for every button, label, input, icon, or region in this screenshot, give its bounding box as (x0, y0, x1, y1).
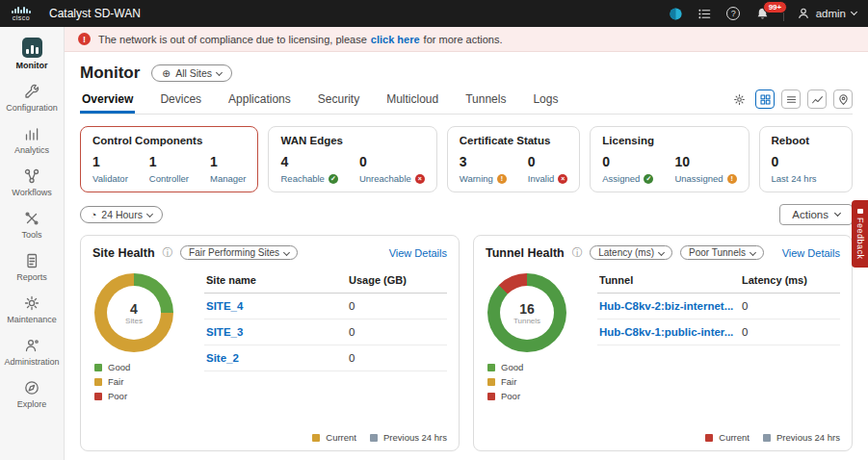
info-icon[interactable]: ⓘ (572, 246, 583, 260)
legend-swatch (370, 434, 378, 442)
tab-overview[interactable]: Overview (80, 87, 135, 114)
chevron-down-icon (834, 210, 841, 217)
license-compliance-banner: ! The network is out of compliance due t… (65, 27, 868, 52)
tunnel-health-view-details-link[interactable]: View Details (782, 247, 840, 259)
sidebar-item-workflows[interactable]: Workflows (0, 161, 64, 203)
tab-bar: Overview Devices Applications Security M… (80, 87, 853, 115)
table-header-row: Tunnel Latency (ms) (597, 268, 840, 294)
view-controls (729, 89, 853, 114)
crossed-tools-icon (23, 210, 40, 227)
donut-center-value: 4 (130, 301, 138, 317)
sidebar: Monitor Configuration Analytics Workflow… (0, 27, 65, 460)
summary-card-row: Control Components 1Validator 1Controlle… (80, 126, 853, 192)
licensing-card[interactable]: Licensing 0Assigned✓ 10Unassigned! (590, 126, 749, 192)
error-circle-icon: × (558, 174, 567, 184)
sidebar-item-configuration[interactable]: Configuration (0, 76, 64, 118)
control-components-card[interactable]: Control Components 1Validator 1Controlle… (80, 126, 258, 192)
reboot-card[interactable]: Reboot 0Last 24 hrs (759, 126, 853, 192)
table-row: Hub-C8kv-1:public-inter... 0 (597, 319, 840, 345)
tunnel-link[interactable]: Hub-C8kv-2:biz-internet... (599, 300, 733, 312)
feedback-tab[interactable]: Feedback (852, 200, 868, 268)
chevron-down-icon (283, 248, 290, 255)
wan-edges-card[interactable]: WAN Edges 4Reachable✓ 0Unreachable× (268, 126, 436, 192)
tab-devices[interactable]: Devices (158, 87, 203, 114)
click-here-link[interactable]: click here (371, 34, 420, 45)
table-row: SITE_4 0 (204, 294, 447, 319)
grid-view-button[interactable] (755, 89, 775, 109)
tab-multicloud[interactable]: Multicloud (384, 87, 440, 114)
legend-swatch (487, 378, 495, 386)
tunnel-link[interactable]: Hub-C8kv-1:public-inter... (599, 326, 733, 338)
cisco-logo: cisco (12, 7, 31, 21)
user-name: admin (816, 8, 846, 19)
table-row: SITE_3 0 (204, 319, 447, 345)
actions-button[interactable]: Actions (779, 204, 853, 225)
legend-swatch (487, 364, 495, 371)
help-icon[interactable]: ? (725, 6, 742, 22)
map-pin-icon (837, 93, 850, 106)
grid-icon (759, 93, 772, 106)
list-view-button[interactable] (781, 89, 801, 109)
error-circle-icon: × (415, 174, 425, 184)
tab-applications[interactable]: Applications (226, 87, 293, 114)
site-health-table: Site name Usage (GB) SITE_4 0 SITE_3 0 (204, 268, 447, 401)
admin-user-icon (23, 337, 40, 354)
top-bar: cisco Catalyst SD-WAN ? 99+ admin (0, 0, 868, 27)
user-menu[interactable]: admin (797, 7, 856, 20)
table-row: Site_2 0 (204, 345, 447, 371)
theme-icon[interactable] (668, 6, 684, 22)
tab-tunnels[interactable]: Tunnels (463, 87, 508, 114)
document-icon (23, 252, 40, 269)
tunnel-metric-dropdown[interactable]: Latency (ms) (590, 245, 672, 260)
dashboard-settings-gear-icon[interactable] (729, 89, 749, 109)
site-link[interactable]: SITE_3 (206, 326, 243, 338)
legend-swatch (705, 434, 713, 442)
table-row: Hub-C8kv-2:biz-internet... 0 (597, 294, 840, 319)
compass-icon (23, 379, 40, 396)
legend-swatch (763, 434, 771, 442)
chart-view-button[interactable] (807, 89, 827, 109)
site-health-filter-dropdown[interactable]: Fair Performing Sites (180, 245, 298, 260)
warning-circle-icon: ! (727, 174, 737, 184)
site-health-view-details-link[interactable]: View Details (389, 247, 447, 259)
table-header-row: Site name Usage (GB) (204, 268, 447, 294)
tab-logs[interactable]: Logs (531, 87, 560, 114)
notifications-bell-icon[interactable]: 99+ (754, 6, 771, 22)
certificate-status-card[interactable]: Certificate Status 3Warning! 0Invalid× (447, 126, 581, 192)
chevron-down-icon (146, 211, 153, 217)
cisco-logo-bars (12, 7, 31, 13)
check-circle-icon: ✓ (329, 174, 338, 184)
tunnel-health-donut: 16 Tunnels (487, 273, 566, 352)
legend-swatch (94, 364, 102, 371)
site-health-card: Site Health ⓘ Fair Performing Sites View… (80, 235, 460, 451)
legend-swatch (487, 393, 495, 400)
app-title: Catalyst SD-WAN (49, 7, 141, 20)
main-area: ! The network is out of compliance due t… (65, 27, 868, 460)
sidebar-item-reports[interactable]: Reports (0, 245, 64, 288)
site-link[interactable]: Site_2 (206, 352, 239, 364)
site-health-legend: Good Fair Poor (94, 362, 195, 401)
gear-icon (23, 294, 40, 312)
sidebar-item-tools[interactable]: Tools (0, 203, 64, 245)
tunnel-health-footer-legend: Current Previous 24 hrs (705, 432, 840, 443)
task-list-icon[interactable] (697, 6, 713, 22)
site-link[interactable]: SITE_4 (206, 300, 243, 312)
sidebar-item-explore[interactable]: Explore (0, 372, 64, 415)
sidebar-item-analytics[interactable]: Analytics (0, 118, 64, 161)
banner-text: The network is out of compliance due to … (98, 34, 503, 45)
map-view-button[interactable] (833, 89, 853, 109)
cisco-logo-word: cisco (13, 14, 30, 21)
time-range-dropdown[interactable]: ◔ 24 Hours (80, 206, 163, 223)
legend-swatch (94, 378, 102, 386)
info-icon[interactable]: ⓘ (163, 246, 173, 260)
site-selector-dropdown[interactable]: ⊕ All Sites (151, 64, 232, 82)
tunnel-filter-dropdown[interactable]: Poor Tunnels (680, 245, 764, 260)
chevron-down-icon (216, 69, 223, 76)
warning-icon: ! (78, 33, 91, 45)
page-title: Monitor (80, 64, 140, 83)
sidebar-item-administration[interactable]: Administration (0, 330, 64, 372)
sidebar-item-monitor[interactable]: Monitor (0, 31, 64, 76)
tab-security[interactable]: Security (316, 87, 361, 114)
sidebar-item-maintenance[interactable]: Maintenance (0, 288, 64, 330)
feedback-icon (857, 209, 863, 214)
